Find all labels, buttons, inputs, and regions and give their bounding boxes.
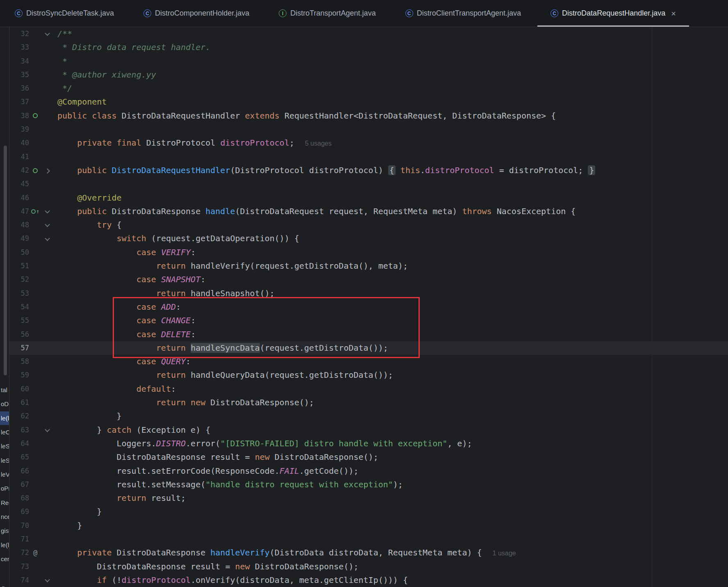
code-line[interactable]: 49 switch (request.getDataOperation()) {: [9, 232, 728, 245]
left-panel-item[interactable]: nce: [1, 510, 9, 523]
line-number[interactable]: 51: [9, 259, 29, 273]
line-number[interactable]: 60: [9, 382, 29, 396]
code-line[interactable]: 69 }: [9, 505, 728, 518]
line-number[interactable]: 74: [9, 573, 29, 587]
code-line[interactable]: 55 case CHANGE:: [9, 314, 728, 327]
line-number[interactable]: 69: [9, 505, 29, 518]
code-line[interactable]: 54 case ADD:: [9, 300, 728, 314]
code-line[interactable]: 39: [9, 123, 728, 136]
code-line[interactable]: 74 if (!distroProtocol.onVerify(distroDa…: [9, 573, 728, 587]
line-number[interactable]: 32: [9, 27, 29, 41]
line-number[interactable]: 34: [9, 55, 29, 68]
code-line[interactable]: 36 */: [9, 82, 728, 95]
code-line[interactable]: 47↑ public DistroDataResponse handle(Dis…: [9, 205, 728, 218]
line-number[interactable]: 48: [9, 218, 29, 232]
editor-tab[interactable]: IDistroTransportAgent.java: [264, 0, 390, 27]
line-number[interactable]: 55: [9, 314, 29, 327]
code-line[interactable]: 50 case VERIFY:: [9, 246, 728, 259]
line-number[interactable]: 70: [9, 519, 29, 532]
code-line[interactable]: 38public class DistroDataRequestHandler …: [9, 109, 728, 123]
fold-chevron-icon[interactable]: [45, 235, 50, 241]
fold-chevron-icon[interactable]: [45, 222, 50, 227]
code-line[interactable]: 40 private final DistroProtocol distroPr…: [9, 136, 728, 150]
line-number[interactable]: 67: [9, 478, 29, 491]
code-line[interactable]: 63 } catch (Exception e) {: [9, 423, 728, 437]
code-line[interactable]: 32/**: [9, 27, 728, 41]
line-number[interactable]: 73: [9, 560, 29, 573]
line-number[interactable]: 33: [9, 41, 29, 54]
left-panel-item[interactable]: le(l: [1, 538, 9, 552]
line-number[interactable]: 64: [9, 437, 29, 450]
left-panel-item[interactable]: Op: [1, 582, 9, 587]
line-number[interactable]: 59: [9, 368, 29, 382]
code-line[interactable]: 52 case SNAPSHOT:: [9, 273, 728, 286]
line-number[interactable]: 47: [9, 205, 29, 218]
close-icon[interactable]: ×: [671, 9, 676, 18]
left-panel-item[interactable]: oDa: [1, 397, 9, 411]
editor-tab[interactable]: CDistroClientTransportAgent.java: [391, 0, 536, 27]
line-number[interactable]: 49: [9, 232, 29, 245]
line-number[interactable]: 36: [9, 82, 29, 95]
line-number[interactable]: 37: [9, 95, 29, 109]
code-line[interactable]: 35 * @author xiweng.yy: [9, 68, 728, 82]
code-line[interactable]: 37@Component: [9, 95, 728, 109]
line-number[interactable]: 68: [9, 491, 29, 505]
left-panel-item[interactable]: leC: [1, 425, 9, 439]
code-line[interactable]: 67 result.setMessage("handle distro requ…: [9, 478, 728, 491]
code-line[interactable]: 46 @Override: [9, 191, 728, 205]
line-number[interactable]: 54: [9, 300, 29, 314]
code-line[interactable]: 41: [9, 150, 728, 164]
line-number[interactable]: 45: [9, 177, 29, 191]
fold-chevron-icon[interactable]: [45, 169, 50, 174]
line-number[interactable]: 40: [9, 136, 29, 150]
code-line[interactable]: 72@ private DistroDataResponse handleVer…: [9, 546, 728, 560]
left-panel-item[interactable]: leS: [1, 454, 9, 467]
left-panel-item[interactable]: gist: [1, 524, 9, 537]
line-number[interactable]: 39: [9, 123, 29, 136]
code-line[interactable]: 57 return handleSyncData(request.getDist…: [9, 341, 728, 355]
usages-inlay-hint[interactable]: 1 usage: [493, 550, 516, 557]
code-line[interactable]: 53 return handleSnapshot();: [9, 287, 728, 300]
line-number[interactable]: 50: [9, 246, 29, 259]
code-line[interactable]: 33 * Distro data request handler.: [9, 41, 728, 54]
code-line[interactable]: 45: [9, 177, 728, 191]
line-number[interactable]: 61: [9, 396, 29, 409]
code-line[interactable]: 58 case QUERY:: [9, 355, 728, 368]
code-line[interactable]: 61 return new DistroDataResponse();: [9, 396, 728, 409]
line-number[interactable]: 62: [9, 409, 29, 423]
line-number[interactable]: 35: [9, 68, 29, 82]
annotation-at-icon[interactable]: @: [33, 546, 37, 560]
code-line[interactable]: 51 return handleVerify(request.getDistro…: [9, 259, 728, 273]
left-panel-item[interactable]: tal: [1, 383, 9, 397]
code-line[interactable]: 65 DistroDataResponse result = new Distr…: [9, 450, 728, 464]
code-line[interactable]: 60 default:: [9, 382, 728, 396]
code-line[interactable]: 73 DistroDataResponse result = new Distr…: [9, 560, 728, 573]
code-line[interactable]: 62 }: [9, 409, 728, 423]
code-line[interactable]: 71: [9, 532, 728, 546]
editor-tab[interactable]: CDistroDataRequestHandler.java×: [536, 0, 691, 27]
left-panel-item[interactable]: le(l: [0, 411, 9, 425]
code-line[interactable]: 56 case DELETE:: [9, 328, 728, 341]
code-line[interactable]: 68 return result;: [9, 491, 728, 505]
left-panel-item[interactable]: Rec: [1, 496, 9, 509]
editor-tab[interactable]: CDistroSyncDeleteTask.java: [0, 0, 129, 27]
line-number[interactable]: 57: [9, 341, 29, 355]
fold-chevron-icon[interactable]: [45, 208, 50, 214]
line-number[interactable]: 52: [9, 273, 29, 286]
line-number[interactable]: 71: [9, 532, 29, 546]
fold-chevron-icon[interactable]: [45, 577, 50, 582]
usages-inlay-hint[interactable]: 5 usages: [305, 140, 332, 147]
code-line[interactable]: 64 Loggers.DISTRO.error("[DISTRO-FAILED]…: [9, 437, 728, 450]
left-panel-scrollbar[interactable]: [4, 146, 7, 375]
code-line[interactable]: 42 public DistroDataRequestHandler(Distr…: [9, 164, 728, 177]
line-number[interactable]: 58: [9, 355, 29, 368]
code-line[interactable]: 48 try {: [9, 218, 728, 232]
line-number[interactable]: 65: [9, 450, 29, 464]
code-line[interactable]: 34 *: [9, 55, 728, 68]
line-number[interactable]: 42: [9, 164, 29, 177]
code-line[interactable]: 70 }: [9, 519, 728, 532]
line-number[interactable]: 38: [9, 109, 29, 123]
fold-chevron-icon[interactable]: [45, 427, 50, 432]
left-panel-item[interactable]: leS: [1, 439, 9, 453]
editor-tab[interactable]: CDistroComponentHolder.java: [129, 0, 264, 27]
